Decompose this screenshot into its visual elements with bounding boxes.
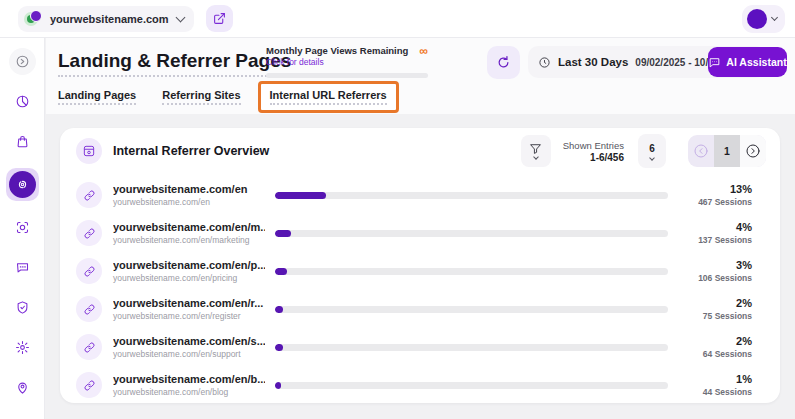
active-item-background [9,171,36,198]
monthly-views-label: Monthly Page Views Remaining [266,45,408,56]
link-icon-badge [76,220,102,246]
referrer-url-full: yourwebsitename.com/en [113,197,265,207]
percent-value: 2% [690,335,752,347]
session-bar-fill [275,344,283,351]
link-icon [83,227,96,240]
shown-entries-value: 1-6/456 [563,152,624,163]
table-row[interactable]: yourwebsitename.com/en/b...yourwebsitena… [60,366,780,404]
referrer-url: yourwebsitename.com/en [113,183,265,195]
link-icon-badge [76,334,102,360]
percent-value: 13% [690,183,752,195]
clock-arrow-icon [15,54,30,69]
shopping-bag-icon [15,134,30,149]
current-page-number[interactable]: 1 [714,135,740,167]
referrer-url-full: yourwebsitename.com/en/support [113,349,265,359]
sidebar-item-ecommerce[interactable] [9,128,36,155]
infinity-icon: ∞ [419,45,428,57]
session-bar-fill [275,268,287,275]
ai-assistant-button[interactable]: AI Assistant [708,47,787,77]
fingerprint-swirl-icon [15,177,30,192]
session-bar-track [275,192,668,199]
link-icon-badge [76,372,102,398]
page-size-value: 6 [649,143,655,154]
prev-page-button[interactable] [688,135,714,167]
session-bar-track [275,268,668,275]
referrer-url: yourwebsitename.com/en/m... [113,221,265,233]
referrer-url: yourwebsitename.com/en/s... [113,335,265,347]
session-bar-fill [275,306,283,313]
chevron-down-icon [649,155,655,161]
percent-value: 4% [690,221,752,233]
page-size-select[interactable]: 6 [638,134,666,168]
pie-chart-icon [15,94,30,109]
sidebar-item-clock-arrow[interactable] [9,48,36,75]
sessions-value: 44 Sessions [690,387,752,397]
monthly-views-progress [266,73,428,78]
click-for-details-link[interactable]: Click for details [266,57,408,67]
overview-icon-badge [76,138,102,164]
link-icon-badge [76,258,102,284]
referrer-url: yourwebsitename.com/en/b... [113,373,265,385]
percent-value: 1% [690,373,752,385]
sidebar-item-location[interactable] [9,374,36,401]
tab-landing-pages[interactable]: Landing Pages [58,89,136,105]
browser-window-icon [82,144,96,158]
session-bar-fill [275,230,291,237]
shown-entries-label: Shown Entries [563,140,624,151]
sidebar-item-conversions[interactable] [9,214,36,241]
table-row[interactable]: yourwebsitename.com/enyourwebsitename.co… [60,176,780,214]
link-icon [83,379,96,392]
chat-icon [708,56,721,69]
table-row[interactable]: yourwebsitename.com/en/s...yourwebsitena… [60,328,780,366]
percent-value: 2% [690,297,752,309]
link-icon [83,303,96,316]
chevron-down-icon [175,12,185,22]
sidebar-item-analytics[interactable] [9,88,36,115]
link-icon-badge [76,296,102,322]
sessions-value: 75 Sessions [690,311,752,321]
chat-bubble-icon [15,260,30,275]
page-title: Landing & Referrer Pages [58,50,291,77]
sidebar-item-security[interactable] [9,294,36,321]
pagination: 1 [688,135,766,167]
gear-icon [15,340,30,355]
ai-assistant-label: AI Assistant [726,56,786,68]
referrer-url: yourwebsitename.com/en/r... [113,297,265,309]
referrer-table: yourwebsitename.com/enyourwebsitename.co… [60,174,780,404]
open-site-button[interactable] [206,5,233,32]
next-page-button[interactable] [740,135,766,167]
chevron-down-icon [533,154,539,160]
date-preset-label: Last 30 Days [558,56,628,68]
tab-referring-sites[interactable]: Referring Sites [162,89,240,105]
filter-button[interactable] [521,135,551,167]
site-favicon [24,10,42,28]
sidebar-item-settings[interactable] [9,334,36,361]
sidebar-item-feedback[interactable] [9,254,36,281]
refresh-button[interactable] [487,46,520,79]
sessions-value: 137 Sessions [690,235,752,245]
sidebar-item-heatmaps-active[interactable] [6,168,39,201]
link-icon-badge [76,182,102,208]
session-bar-track [275,344,668,351]
sessions-value: 467 Sessions [690,197,752,207]
site-selector[interactable]: yourwebsitename.com [18,6,194,32]
location-user-icon [15,380,30,395]
user-focus-icon [15,220,30,235]
chevron-down-icon [771,13,778,20]
referrer-url-full: yourwebsitename.com/en/pricing [113,273,265,283]
referrer-url-full: yourwebsitename.com/en/blog [113,387,265,397]
table-row[interactable]: yourwebsitename.com/en/m...yourwebsitena… [60,214,780,252]
arrow-left-circle-icon [693,143,709,159]
shown-entries: Shown Entries 1-6/456 [563,140,624,163]
tab-internal-url-referrers[interactable]: Internal URL Referrers [270,89,387,105]
percent-value: 3% [690,259,752,271]
referrer-url: yourwebsitename.com/en/p... [113,259,265,271]
table-row[interactable]: yourwebsitename.com/en/r...yourwebsitena… [60,290,780,328]
user-menu[interactable] [742,5,785,33]
session-bar-fill [275,192,326,199]
app-window: yourwebsitename.com [0,0,795,419]
sidebar-nav [0,38,45,419]
table-row[interactable]: yourwebsitename.com/en/p...yourwebsitena… [60,252,780,290]
internal-referrer-card: Internal Referrer Overview Shown Entries… [60,128,780,403]
external-link-icon [213,12,226,25]
